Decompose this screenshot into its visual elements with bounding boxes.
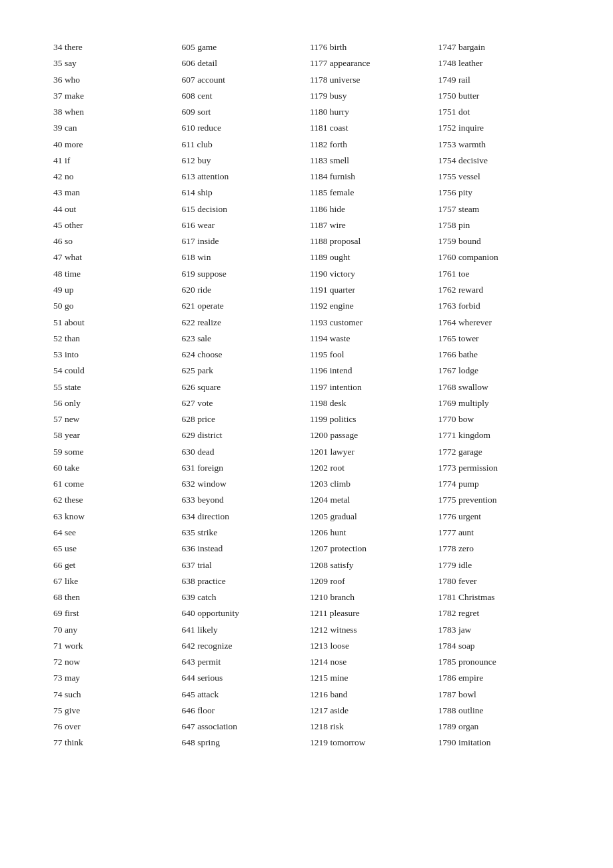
list-item: 43 man	[53, 185, 175, 200]
list-item: 53 into	[53, 347, 175, 362]
list-item: 1767 lodge	[438, 363, 560, 378]
word-list: 34 there605 game1176 birth1747 bargain35…	[53, 40, 560, 751]
list-item: 37 make	[53, 89, 175, 103]
list-item: 1786 empire	[438, 671, 560, 685]
list-item: 1192 engine	[310, 299, 432, 313]
list-item: 58 year	[53, 428, 175, 443]
list-item: 645 attack	[182, 687, 304, 702]
list-item: 630 dead	[182, 445, 304, 459]
list-item: 1213 loose	[310, 639, 432, 653]
list-item: 55 state	[53, 380, 175, 395]
list-item: 619 suppose	[182, 267, 304, 281]
list-item: 72 now	[53, 655, 175, 669]
list-item: 1757 steam	[438, 202, 560, 217]
list-item: 62 these	[53, 493, 175, 507]
list-item: 627 vote	[182, 396, 304, 411]
list-item: 56 only	[53, 396, 175, 411]
list-item: 1200 passage	[310, 428, 432, 443]
list-item: 1749 rail	[438, 73, 560, 87]
list-item: 38 when	[53, 105, 175, 119]
list-item: 1778 zero	[438, 541, 560, 556]
list-item: 1189 ought	[310, 250, 432, 265]
list-item: 639 catch	[182, 590, 304, 605]
list-item: 1186 hide	[310, 202, 432, 217]
list-item: 1208 satisfy	[310, 558, 432, 573]
list-item: 1765 tower	[438, 331, 560, 346]
list-item: 606 detail	[182, 56, 304, 71]
list-item: 69 first	[53, 606, 175, 621]
list-item: 608 cent	[182, 89, 304, 103]
list-item: 1755 vessel	[438, 169, 560, 184]
list-item: 1756 pity	[438, 185, 560, 200]
list-item: 638 practice	[182, 574, 304, 589]
list-item: 60 take	[53, 461, 175, 475]
list-item: 63 know	[53, 509, 175, 524]
list-item: 640 opportunity	[182, 606, 304, 621]
list-item: 1754 decisive	[438, 153, 560, 168]
list-item: 644 serious	[182, 671, 304, 685]
list-item: 635 strike	[182, 525, 304, 540]
list-item: 613 attention	[182, 169, 304, 184]
list-item: 68 then	[53, 590, 175, 605]
list-item: 631 foreign	[182, 461, 304, 475]
list-item: 1195 fool	[310, 347, 432, 362]
list-item: 34 there	[53, 40, 175, 55]
list-item: 1768 swallow	[438, 380, 560, 395]
list-item: 1774 pump	[438, 477, 560, 491]
list-item: 1209 roof	[310, 574, 432, 589]
list-item: 624 choose	[182, 347, 304, 362]
list-item: 616 wear	[182, 218, 304, 233]
list-item: 1177 appearance	[310, 56, 432, 71]
list-item: 1780 fever	[438, 574, 560, 589]
list-item: 64 see	[53, 525, 175, 540]
list-item: 1783 jaw	[438, 623, 560, 637]
list-item: 1750 butter	[438, 89, 560, 103]
list-item: 1191 quarter	[310, 283, 432, 297]
list-item: 1751 dot	[438, 105, 560, 119]
list-item: 39 can	[53, 121, 175, 135]
list-item: 1214 nose	[310, 655, 432, 669]
list-item: 1199 politics	[310, 412, 432, 427]
list-item: 71 work	[53, 639, 175, 653]
list-item: 1771 kingdom	[438, 428, 560, 443]
list-item: 67 like	[53, 574, 175, 589]
list-item: 1782 regret	[438, 606, 560, 621]
list-item: 1188 proposal	[310, 234, 432, 249]
list-item: 54 could	[53, 363, 175, 378]
list-item: 1178 universe	[310, 73, 432, 87]
list-item: 617 inside	[182, 234, 304, 249]
list-item: 1747 bargain	[438, 40, 560, 55]
list-item: 1183 smell	[310, 153, 432, 168]
list-item: 618 win	[182, 250, 304, 265]
list-item: 1210 branch	[310, 590, 432, 605]
list-item: 1181 coast	[310, 121, 432, 135]
list-item: 626 square	[182, 380, 304, 395]
list-item: 47 what	[53, 250, 175, 265]
list-item: 1769 multiply	[438, 396, 560, 411]
list-item: 1184 furnish	[310, 169, 432, 184]
list-item: 52 than	[53, 331, 175, 346]
list-item: 629 district	[182, 428, 304, 443]
list-item: 636 instead	[182, 541, 304, 556]
list-item: 1217 aside	[310, 703, 432, 718]
list-item: 611 club	[182, 137, 304, 152]
list-item: 77 think	[53, 735, 175, 750]
list-item: 1207 protection	[310, 541, 432, 556]
list-item: 1760 companion	[438, 250, 560, 265]
list-item: 49 up	[53, 283, 175, 297]
list-item: 642 recognize	[182, 639, 304, 653]
list-item: 44 out	[53, 202, 175, 217]
list-item: 1218 risk	[310, 719, 432, 734]
list-item: 73 may	[53, 671, 175, 685]
list-item: 66 get	[53, 558, 175, 573]
list-item: 76 over	[53, 719, 175, 734]
list-item: 1785 pronounce	[438, 655, 560, 669]
list-item: 1753 warmth	[438, 137, 560, 152]
list-item: 1761 toe	[438, 267, 560, 281]
list-item: 42 no	[53, 169, 175, 184]
list-item: 1775 prevention	[438, 493, 560, 507]
list-item: 1779 idle	[438, 558, 560, 573]
list-item: 1790 imitation	[438, 735, 560, 750]
list-item: 637 trial	[182, 558, 304, 573]
list-item: 1752 inquire	[438, 121, 560, 135]
